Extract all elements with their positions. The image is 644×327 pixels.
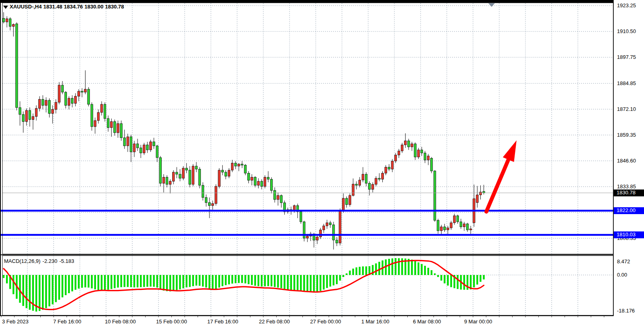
ohlc-high: 1834.76 bbox=[64, 4, 83, 10]
price-chart-canvas[interactable] bbox=[0, 0, 644, 327]
price-axis-label: 1910.50 bbox=[617, 28, 636, 34]
ohlc-low: 1830.00 bbox=[84, 4, 103, 10]
symbol-period-label: XAUUSD-,H4 bbox=[10, 4, 42, 10]
macd-name: MACD(12,26,9) bbox=[4, 258, 40, 264]
price-axis-label: 1872.10 bbox=[617, 106, 636, 112]
macd-axis-label: 8.472 bbox=[617, 258, 630, 265]
macd-indicator-label: MACD(12,26,9)-2.230-5.183 bbox=[4, 258, 76, 264]
chart-header: XAUUSD-,H41831.481834.761830.001830.78 bbox=[3, 4, 125, 10]
price-axis-label: 1833.85 bbox=[617, 183, 636, 190]
time-axis-label: 3 Feb 2023 bbox=[2, 319, 29, 325]
price-axis-label: 1923.25 bbox=[617, 2, 636, 8]
time-axis-label: 7 Feb 16:00 bbox=[53, 319, 81, 325]
price-axis-label: 1897.75 bbox=[617, 54, 636, 60]
macd-axis-label: 0.00 bbox=[617, 272, 627, 278]
time-axis-label: 1 Mar 16:00 bbox=[361, 319, 389, 325]
macd-axis-label: -18.176 bbox=[617, 308, 635, 314]
time-axis-label: 27 Feb 00:00 bbox=[310, 319, 341, 325]
lower-support-price-tag: 1810.03 bbox=[614, 231, 644, 238]
current-price-tag: 1830.78 bbox=[614, 190, 644, 196]
price-axis-label: 1859.35 bbox=[617, 132, 636, 138]
time-axis-label: 22 Feb 08:00 bbox=[259, 319, 290, 325]
time-axis-label: 9 Mar 00:00 bbox=[464, 319, 492, 325]
ohlc-close: 1830.78 bbox=[105, 4, 124, 10]
symbol-dropdown-icon[interactable] bbox=[3, 6, 8, 9]
ohlc-open: 1831.48 bbox=[43, 4, 62, 10]
macd-signal-value: -5.183 bbox=[59, 258, 74, 264]
price-axis-label: 1846.60 bbox=[617, 158, 636, 164]
time-axis-label: 15 Feb 00:00 bbox=[156, 319, 187, 325]
time-axis-label: 17 Feb 16:00 bbox=[207, 319, 238, 325]
price-axis-label: 1884.85 bbox=[617, 80, 636, 86]
mt4-chart-window: XAUUSD-,H41831.481834.761830.001830.78 M… bbox=[0, 0, 644, 327]
time-axis-label: 6 Mar 08:00 bbox=[413, 319, 441, 325]
macd-main-value: -2.230 bbox=[42, 258, 57, 264]
time-axis-label: 10 Feb 08:00 bbox=[105, 319, 136, 325]
upper-support-price-tag: 1822.00 bbox=[614, 207, 644, 214]
